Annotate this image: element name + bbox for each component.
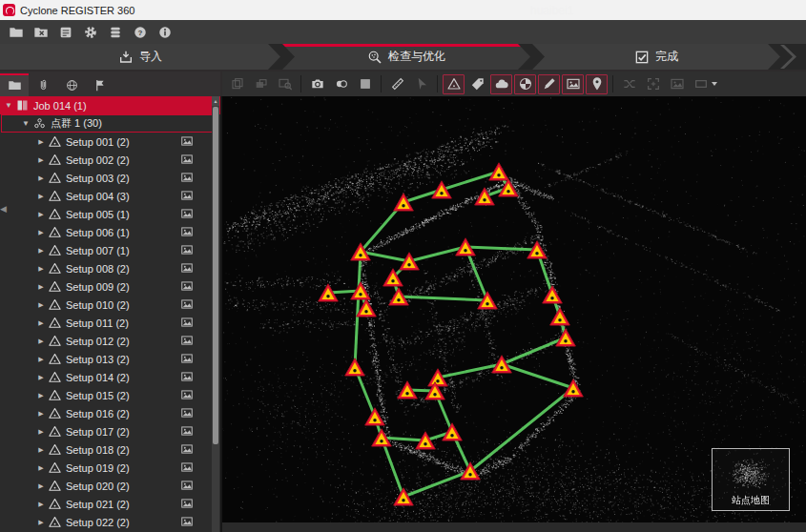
caret-right-icon[interactable]: ▶ (36, 482, 46, 490)
caret-right-icon[interactable]: ▶ (36, 446, 46, 454)
setup-marker[interactable] (542, 285, 563, 304)
tab-project-explorer[interactable] (0, 73, 29, 96)
tree-item-setup[interactable]: ▶Setup 016 (2) (0, 404, 220, 422)
site-minimap[interactable]: 站点地图 (712, 448, 790, 511)
workflow-step-import[interactable]: 导入 (0, 44, 280, 70)
toggle-setups-visibility[interactable] (443, 74, 465, 94)
tree-item-setup[interactable]: ▶Setup 002 (2) (0, 151, 220, 169)
workflow-step-review-optimize[interactable]: 检查与优化 (282, 44, 530, 70)
tree-item-cluster[interactable]: ▼ 点群 1 (30) (1, 114, 213, 133)
point-cloud-viewport[interactable]: 站点地图 (222, 96, 806, 532)
tree-item-setup[interactable]: ▶Setup 003 (2) (0, 169, 220, 187)
setup-image-icon[interactable] (180, 297, 194, 311)
tree-scrollbar[interactable]: ▲ (212, 96, 219, 532)
setup-marker[interactable] (356, 298, 377, 317)
setup-marker[interactable] (397, 380, 418, 399)
setup-marker[interactable] (527, 240, 548, 259)
toggle-targets[interactable] (514, 74, 536, 94)
setup-image-icon[interactable] (180, 225, 194, 238)
setup-marker[interactable] (364, 407, 385, 426)
tree-item-setup[interactable]: ▶Setup 015 (2) (0, 386, 220, 404)
setup-marker[interactable] (442, 422, 463, 441)
setup-marker[interactable] (350, 281, 371, 300)
setup-marker[interactable] (563, 379, 584, 398)
tree-item-setup[interactable]: ▶Setup 001 (2) (0, 133, 220, 151)
tree-item-setup[interactable]: ▶Setup 020 (2) (0, 477, 220, 495)
toggle-images-visibility[interactable] (562, 74, 584, 94)
tree-item-setup[interactable]: ▶Setup 022 (2) (0, 513, 220, 531)
measure-ruler-button[interactable] (386, 74, 408, 94)
setup-marker[interactable] (318, 283, 339, 302)
scrollbar-thumb[interactable] (213, 107, 218, 444)
setup-image-icon[interactable] (180, 460, 194, 474)
caret-right-icon[interactable]: ▶ (36, 138, 46, 146)
setup-image-icon[interactable] (180, 189, 194, 202)
caret-right-icon[interactable]: ▶ (36, 501, 46, 508)
caret-right-icon[interactable]: ▶ (36, 174, 46, 182)
tree-item-setup[interactable]: ▶Setup 004 (3) (0, 187, 220, 205)
setup-image-icon[interactable] (180, 207, 194, 220)
caret-right-icon[interactable]: ▶ (36, 301, 46, 309)
dropdown-caret-icon[interactable] (712, 82, 717, 86)
tree-item-setup[interactable]: ▶Setup 006 (1) (0, 223, 220, 241)
tree-item-setup[interactable]: ▶Setup 017 (2) (0, 422, 220, 440)
caret-right-icon[interactable]: ▶ (36, 428, 46, 436)
toggle-labels-tag[interactable] (466, 74, 488, 94)
setup-image-icon[interactable] (180, 153, 194, 166)
point-visibility-button[interactable] (330, 74, 352, 94)
tab-web[interactable] (57, 73, 86, 96)
caret-right-icon[interactable]: ▶ (36, 374, 46, 381)
setup-image-icon[interactable] (180, 261, 194, 275)
caret-right-icon[interactable]: ▶ (36, 211, 46, 218)
toggle-measurements-pencil[interactable] (538, 74, 560, 94)
open-project-folder-icon[interactable] (8, 24, 24, 40)
setup-image-icon[interactable] (180, 171, 194, 184)
setup-image-icon[interactable] (180, 243, 194, 256)
caret-right-icon[interactable]: ▶ (36, 410, 46, 418)
tree-item-setup[interactable]: ▶Setup 012 (2) (0, 332, 220, 350)
tree-item-setup[interactable]: ▶Setup 009 (2) (0, 277, 220, 296)
selection-square-button[interactable] (354, 74, 376, 94)
setup-image-icon[interactable] (180, 352, 194, 365)
setup-marker[interactable] (393, 487, 414, 506)
tree-item-setup[interactable]: ▶Setup 007 (1) (0, 241, 220, 259)
caret-right-icon[interactable]: ▶ (36, 392, 46, 399)
setup-image-icon[interactable] (180, 515, 194, 528)
caret-right-icon[interactable]: ▶ (36, 356, 46, 363)
tree-item-setup[interactable]: ▶Setup 018 (2) (0, 440, 220, 459)
setup-marker[interactable] (431, 180, 452, 199)
caret-right-icon[interactable]: ▶ (36, 464, 46, 472)
caret-right-icon[interactable]: ▶ (36, 283, 46, 291)
tree-item-setup[interactable]: ▶Setup 019 (2) (0, 459, 220, 477)
tree-item-setup[interactable]: ▶Setup 008 (2) (0, 259, 220, 277)
caret-right-icon[interactable]: ▶ (36, 519, 46, 526)
tree-item-setup[interactable]: ▶Setup 014 (2) (0, 368, 220, 386)
setup-marker[interactable] (371, 428, 392, 447)
setup-marker[interactable] (555, 328, 576, 347)
setup-marker[interactable] (474, 187, 495, 206)
caret-right-icon[interactable]: ▶ (36, 156, 46, 164)
setup-image-icon[interactable] (180, 497, 194, 510)
toggle-geotags-pin[interactable] (586, 74, 608, 94)
setup-marker[interactable] (491, 355, 512, 374)
setup-marker[interactable] (424, 381, 445, 400)
setup-marker[interactable] (393, 193, 414, 212)
setup-image-icon[interactable] (180, 388, 194, 401)
setup-image-icon[interactable] (180, 279, 194, 293)
setup-marker[interactable] (388, 287, 409, 306)
caret-right-icon[interactable]: ▶ (36, 319, 46, 327)
tab-flags[interactable] (86, 73, 114, 96)
setup-image-icon[interactable] (180, 370, 194, 383)
settings-gear-icon[interactable] (82, 24, 98, 40)
tree-item-job[interactable]: ▼ Job 014 (1) (0, 96, 220, 114)
publish-report-icon[interactable] (57, 24, 73, 40)
setup-marker[interactable] (549, 307, 570, 326)
tree-item-setup[interactable]: ▶Setup 013 (2) (0, 350, 220, 368)
close-project-icon[interactable] (32, 24, 49, 40)
caret-down-icon[interactable]: ▼ (4, 101, 13, 110)
setup-image-icon[interactable] (180, 134, 194, 148)
screenshot-camera-button[interactable] (306, 74, 328, 94)
setup-marker[interactable] (477, 291, 498, 310)
caret-right-icon[interactable]: ▶ (36, 229, 46, 236)
tree-item-setup[interactable]: ▶Setup 021 (2) (0, 495, 220, 513)
